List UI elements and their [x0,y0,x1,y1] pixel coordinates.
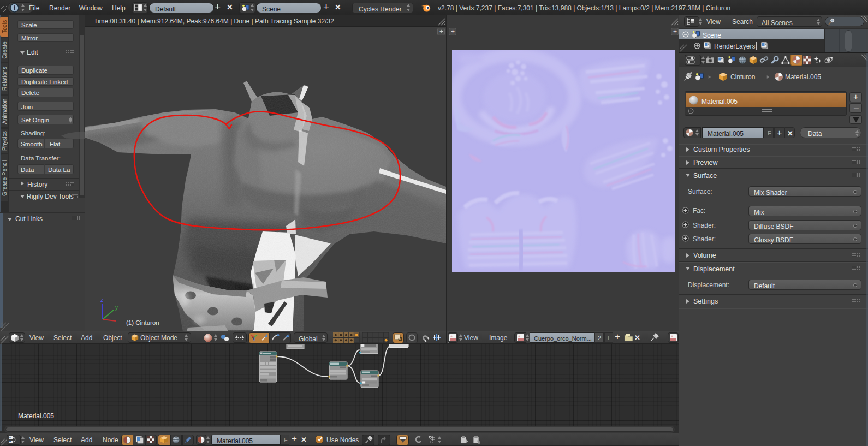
svg-text:y: y [115,305,118,311]
svg-text:z: z [100,297,103,303]
